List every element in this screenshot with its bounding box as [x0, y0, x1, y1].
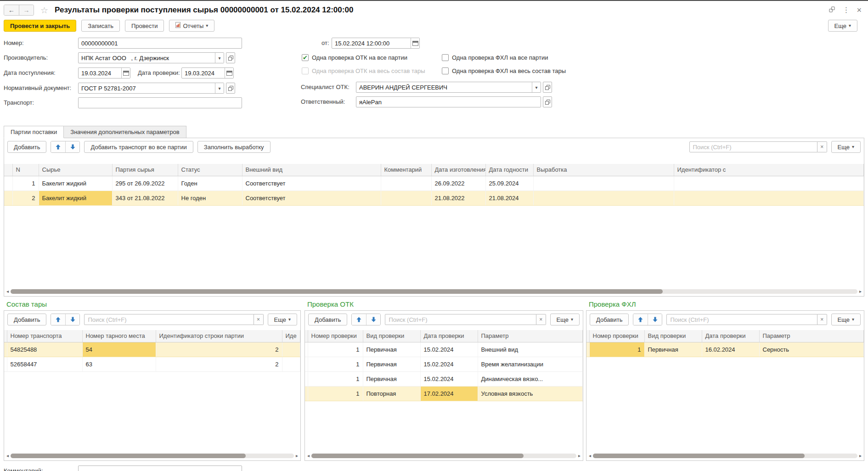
- clear-search-button[interactable]: ×: [254, 314, 264, 325]
- doc-date-field[interactable]: [332, 38, 420, 49]
- otk-specialist-field[interactable]: ▾: [356, 82, 541, 93]
- cell-ident[interactable]: 2: [156, 357, 282, 371]
- horizontal-scrollbar[interactable]: ◂ ▸: [6, 288, 862, 295]
- cell-ident2[interactable]: [282, 342, 300, 357]
- column-header-exp[interactable]: Дата годности: [485, 164, 533, 176]
- more-button[interactable]: Еще ▾: [828, 20, 857, 32]
- checkbox-one-otk-check-all-batches[interactable]: ✔Одна проверка ОТК на все партии: [302, 54, 407, 61]
- column-header-ident[interactable]: Идентификатор с: [674, 164, 864, 176]
- cell-mfg[interactable]: 21.08.2022: [431, 191, 485, 205]
- move-up-button[interactable]: [633, 314, 648, 325]
- table-row[interactable]: 52658447632: [4, 357, 300, 371]
- batches-more-button[interactable]: Еще ▾: [831, 141, 861, 153]
- column-header-date[interactable]: Дата проверки: [702, 330, 759, 342]
- responsible-input[interactable]: [356, 97, 541, 107]
- cell-place[interactable]: 54: [82, 342, 156, 357]
- checkbox-one-fhl-check-all-tare[interactable]: Одна проверка ФХЛ на весь состав тары: [442, 67, 566, 74]
- table-row[interactable]: 1Первичная15.02.2024Внешний вид: [305, 342, 583, 357]
- cell-n[interactable]: 2: [12, 191, 39, 205]
- cell-material[interactable]: Бакелит жидкий: [39, 191, 112, 205]
- move-down-button[interactable]: [65, 141, 79, 152]
- forward-button[interactable]: →: [19, 5, 34, 15]
- cell-kind[interactable]: Первичная: [363, 342, 420, 357]
- cell-mfg[interactable]: 26.09.2022: [431, 176, 485, 191]
- cell-param[interactable]: Время желатинизации: [478, 357, 583, 371]
- tab-additional-parameters[interactable]: Значения дополнительных параметров: [64, 126, 186, 138]
- cell-num[interactable]: 1: [308, 357, 363, 371]
- post-and-close-button[interactable]: Провести и закрыть: [4, 20, 76, 32]
- move-down-button[interactable]: [65, 314, 79, 325]
- comment-field[interactable]: [78, 465, 242, 471]
- table-row[interactable]: 54825488542: [4, 342, 300, 357]
- table-row[interactable]: 1Первичная15.02.2024Время желатинизации: [305, 357, 583, 371]
- cell-ident[interactable]: 2: [156, 342, 282, 357]
- add-row-button[interactable]: Добавить: [7, 141, 46, 153]
- normative-document-input[interactable]: [79, 83, 215, 93]
- open-normative-document-button[interactable]: [226, 83, 235, 94]
- column-header-material[interactable]: Сырье: [39, 164, 112, 176]
- move-up-button[interactable]: [51, 141, 65, 152]
- cell-date[interactable]: 15.02.2024: [420, 371, 478, 386]
- cell-transport[interactable]: 54825488: [7, 342, 82, 357]
- scroll-right-icon[interactable]: ▸: [859, 454, 862, 458]
- scroll-left-icon[interactable]: ◂: [589, 454, 591, 458]
- cell-gutter[interactable]: [4, 191, 12, 205]
- clear-search-button[interactable]: ×: [536, 314, 546, 325]
- search-input[interactable]: [689, 141, 818, 152]
- cell-ident2[interactable]: [282, 357, 300, 371]
- checkbox-box[interactable]: [302, 67, 309, 74]
- transport-input[interactable]: [79, 98, 242, 108]
- cell-param[interactable]: Динамическая вязко...: [478, 371, 583, 386]
- column-header-status[interactable]: Статус: [178, 164, 242, 176]
- dropdown-icon[interactable]: ▾: [532, 82, 541, 92]
- manufacturer-field[interactable]: ▾: [78, 52, 224, 63]
- cell-param[interactable]: Условная вязкость: [478, 386, 583, 401]
- column-header-kind[interactable]: Вид проверки: [363, 330, 420, 342]
- manufacturer-input[interactable]: [79, 53, 215, 63]
- back-button[interactable]: ←: [4, 5, 19, 15]
- cell-num[interactable]: 1: [589, 342, 644, 357]
- calendar-icon[interactable]: [121, 68, 130, 78]
- tab-supply-batches[interactable]: Партии поставки: [4, 126, 64, 138]
- add-row-button[interactable]: Добавить: [7, 314, 46, 325]
- table-row[interactable]: 1Первичная16.02.2024Серность: [586, 342, 864, 357]
- scroll-right-icon[interactable]: ▸: [859, 289, 862, 294]
- calendar-icon[interactable]: [411, 38, 419, 48]
- table-row[interactable]: 1Бакелит жидкий295 от 26.09.2022ГоденСоо…: [4, 176, 864, 191]
- check-date-input[interactable]: [182, 68, 225, 78]
- cell-batch[interactable]: 295 от 26.09.2022: [112, 176, 178, 191]
- horizontal-scrollbar[interactable]: ◂ ▸: [6, 453, 298, 459]
- cell-date[interactable]: 17.02.2024: [420, 386, 478, 401]
- open-manufacturer-button[interactable]: [226, 52, 235, 63]
- dropdown-icon[interactable]: ▾: [215, 53, 224, 63]
- cell-status[interactable]: Годен: [178, 176, 242, 191]
- number-input[interactable]: [79, 38, 242, 48]
- column-header-date[interactable]: Дата проверки: [420, 330, 478, 342]
- table-row[interactable]: 1Повторная17.02.2024Условная вязкость: [305, 386, 583, 401]
- cell-comment[interactable]: [381, 176, 431, 191]
- cell-param[interactable]: Внешний вид: [478, 342, 583, 357]
- cell-n[interactable]: 1: [12, 176, 39, 191]
- reports-button[interactable]: Отчеты ▾: [169, 20, 214, 32]
- column-header-num[interactable]: Номер проверки: [308, 330, 363, 342]
- cell-num[interactable]: 1: [308, 386, 363, 401]
- horizontal-scrollbar[interactable]: ◂ ▸: [589, 453, 862, 459]
- column-header-place[interactable]: Номер тарного места: [82, 330, 156, 342]
- column-header-kind[interactable]: Вид проверки: [644, 330, 702, 342]
- cell-ident[interactable]: [674, 191, 864, 205]
- checkbox-box[interactable]: ✔: [302, 54, 309, 61]
- move-down-button[interactable]: [366, 314, 380, 325]
- add-row-button[interactable]: Добавить: [590, 314, 629, 325]
- otk-more-button[interactable]: Еще ▾: [550, 314, 580, 325]
- open-otk-specialist-button[interactable]: [543, 82, 552, 93]
- cell-appearance[interactable]: Соответствует: [242, 191, 381, 205]
- column-header-output[interactable]: Выработка: [533, 164, 674, 176]
- cell-date[interactable]: 15.02.2024: [420, 357, 478, 371]
- scroll-left-icon[interactable]: ◂: [6, 454, 9, 458]
- cell-batch[interactable]: 343 от 21.08.2022: [112, 191, 178, 205]
- search-input[interactable]: [84, 314, 254, 325]
- cell-exp[interactable]: 21.08.2024: [485, 191, 533, 205]
- receipt-date-input[interactable]: [79, 68, 121, 78]
- scroll-left-icon[interactable]: ◂: [6, 289, 9, 294]
- cell-param[interactable]: Серность: [759, 342, 864, 357]
